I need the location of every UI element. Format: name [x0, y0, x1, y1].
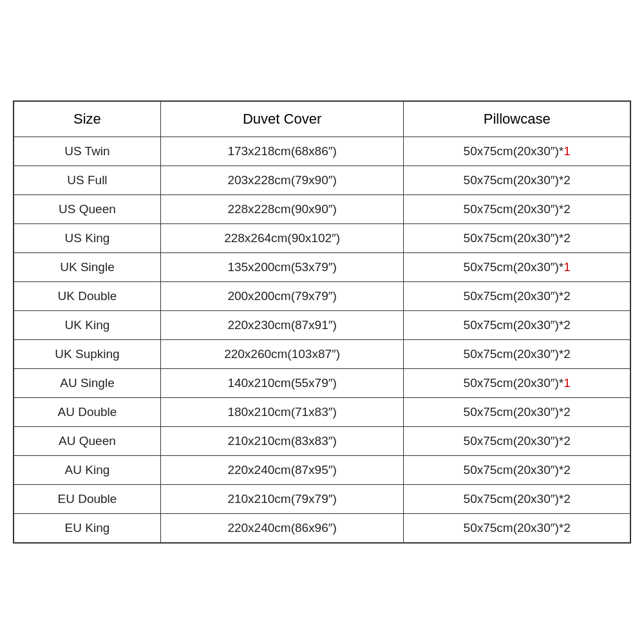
cell-duvet: 173x218cm(68x86″) [160, 137, 403, 166]
pillow-count-red: 1 [564, 376, 571, 390]
table-row: US Queen228x228cm(90x90″)50x75cm(20x30″)… [14, 195, 630, 224]
pillow-base-text: 50x75cm(20x30″)* [464, 144, 564, 158]
cell-duvet: 203x228cm(79x90″) [160, 166, 403, 195]
pillow-base-text: 50x75cm(20x30″)* [464, 376, 564, 390]
cell-pillow: 50x75cm(20x30″)*2 [404, 282, 630, 311]
cell-duvet: 220x260cm(103x87″) [160, 340, 403, 369]
table-row: UK King220x230cm(87x91″)50x75cm(20x30″)*… [14, 311, 630, 340]
header-size: Size [14, 102, 161, 137]
cell-pillow: 50x75cm(20x30″)*1 [404, 369, 630, 398]
cell-pillow: 50x75cm(20x30″)*2 [404, 195, 630, 224]
table-row: UK Double200x200cm(79x79″)50x75cm(20x30″… [14, 282, 630, 311]
cell-duvet: 200x200cm(79x79″) [160, 282, 403, 311]
cell-pillow: 50x75cm(20x30″)*2 [404, 340, 630, 369]
table-row: US Twin173x218cm(68x86″)50x75cm(20x30″)*… [14, 137, 630, 166]
table-row: AU Single140x210cm(55x79″)50x75cm(20x30″… [14, 369, 630, 398]
table-row: AU Queen210x210cm(83x83″)50x75cm(20x30″)… [14, 427, 630, 456]
table-row: UK Single135x200cm(53x79″)50x75cm(20x30″… [14, 253, 630, 282]
cell-duvet: 228x228cm(90x90″) [160, 195, 403, 224]
table-row: EU King220x240cm(86x96″)50x75cm(20x30″)*… [14, 514, 630, 543]
cell-duvet: 140x210cm(55x79″) [160, 369, 403, 398]
size-chart-wrapper: Size Duvet Cover Pillowcase US Twin173x2… [13, 100, 631, 544]
cell-size: UK Double [14, 282, 161, 311]
table-header-row: Size Duvet Cover Pillowcase [14, 102, 630, 137]
pillow-count-red: 1 [564, 144, 571, 158]
cell-size: AU King [14, 456, 161, 485]
cell-pillow: 50x75cm(20x30″)*2 [404, 485, 630, 514]
table-row: US King228x264cm(90x102″)50x75cm(20x30″)… [14, 224, 630, 253]
cell-pillow: 50x75cm(20x30″)*2 [404, 398, 630, 427]
cell-size: US Twin [14, 137, 161, 166]
cell-size: EU King [14, 514, 161, 543]
cell-size: AU Queen [14, 427, 161, 456]
cell-pillow: 50x75cm(20x30″)*2 [404, 311, 630, 340]
cell-pillow: 50x75cm(20x30″)*2 [404, 514, 630, 543]
cell-size: EU Double [14, 485, 161, 514]
cell-pillow: 50x75cm(20x30″)*2 [404, 456, 630, 485]
cell-duvet: 180x210cm(71x83″) [160, 398, 403, 427]
cell-duvet: 228x264cm(90x102″) [160, 224, 403, 253]
table-row: UK Supking220x260cm(103x87″)50x75cm(20x3… [14, 340, 630, 369]
cell-size: UK King [14, 311, 161, 340]
cell-pillow: 50x75cm(20x30″)*2 [404, 166, 630, 195]
table-row: AU King220x240cm(87x95″)50x75cm(20x30″)*… [14, 456, 630, 485]
header-duvet: Duvet Cover [160, 102, 403, 137]
size-chart-table: Size Duvet Cover Pillowcase US Twin173x2… [14, 101, 630, 543]
cell-pillow: 50x75cm(20x30″)*2 [404, 427, 630, 456]
cell-duvet: 220x240cm(86x96″) [160, 514, 403, 543]
table-row: AU Double180x210cm(71x83″)50x75cm(20x30″… [14, 398, 630, 427]
cell-size: AU Double [14, 398, 161, 427]
cell-size: UK Single [14, 253, 161, 282]
cell-duvet: 210x210cm(83x83″) [160, 427, 403, 456]
cell-size: US Full [14, 166, 161, 195]
cell-size: UK Supking [14, 340, 161, 369]
cell-pillow: 50x75cm(20x30″)*1 [404, 253, 630, 282]
cell-pillow: 50x75cm(20x30″)*1 [404, 137, 630, 166]
cell-size: US Queen [14, 195, 161, 224]
cell-duvet: 210x210cm(79x79″) [160, 485, 403, 514]
cell-size: US King [14, 224, 161, 253]
cell-duvet: 220x230cm(87x91″) [160, 311, 403, 340]
cell-duvet: 135x200cm(53x79″) [160, 253, 403, 282]
pillow-count-red: 1 [564, 260, 571, 274]
cell-size: AU Single [14, 369, 161, 398]
cell-duvet: 220x240cm(87x95″) [160, 456, 403, 485]
header-pillow: Pillowcase [404, 102, 630, 137]
cell-pillow: 50x75cm(20x30″)*2 [404, 224, 630, 253]
pillow-base-text: 50x75cm(20x30″)* [464, 260, 564, 274]
table-row: EU Double210x210cm(79x79″)50x75cm(20x30″… [14, 485, 630, 514]
table-row: US Full203x228cm(79x90″)50x75cm(20x30″)*… [14, 166, 630, 195]
